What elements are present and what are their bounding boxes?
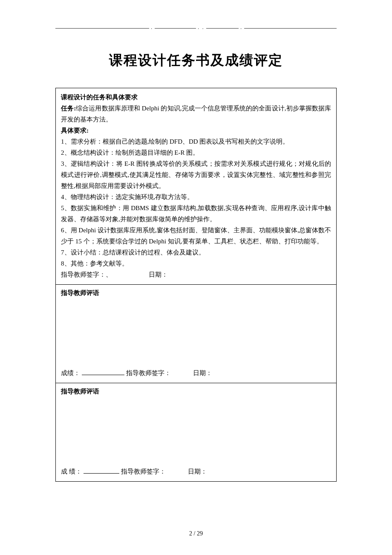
date-label: 日期： xyxy=(193,370,212,376)
section-heading: 课程设计的任务和具体要求 xyxy=(61,92,331,103)
eval-bottom-line: 成绩：指导教师签字：日期： xyxy=(61,367,331,379)
task-label: 任务: xyxy=(61,105,76,112)
header-rule: . . . . xyxy=(55,26,337,31)
teacher-sign-label: 指导教师签字： xyxy=(126,370,171,376)
date-label: 日期： xyxy=(149,271,168,278)
eval-heading: 指导教师评语 xyxy=(61,386,99,397)
req-item: 2、概念结构设计：绘制所选题目详细的 E-R 图。 xyxy=(61,147,331,158)
req-item: 6、用 Delphi 设计数据库应用系统,窗体包括封面、登陆窗体、主界面、功能模… xyxy=(61,225,331,247)
task-line: 任务:综合运用数据库原理和 Delphi 的知识,完成一个信息管理系统的的全面设… xyxy=(61,103,331,125)
signature-line: 指导教师签字：、日期： xyxy=(61,269,331,280)
teacher-sign-label: 指导教师签字： xyxy=(61,271,106,278)
header-mark-3: . xyxy=(239,24,244,31)
teacher-sign-label: 指导教师签字： xyxy=(121,468,166,475)
header-mark-2: . . xyxy=(196,24,206,31)
requirements-cell: 课程设计的任务和具体要求 任务:综合运用数据库原理和 Delphi 的知识,完成… xyxy=(56,88,337,285)
eval-heading: 指导教师评语 xyxy=(61,287,99,298)
task-text: 综合运用数据库原理和 Delphi 的知识,完成一个信息管理系统的的全面设计,初… xyxy=(61,105,331,123)
grade-label: 成 绩： xyxy=(61,468,82,475)
page-content: . . . . 课程设计任务书及成绩评定 课程设计的任务和具体要求 任务:综合运… xyxy=(55,26,337,482)
date-label: 日期： xyxy=(188,468,207,475)
req-item: 8、其他：参考文献等。 xyxy=(61,258,331,269)
evaluation-cell-2: 指导教师评语 成 绩：指导教师签字：日期： xyxy=(56,383,337,482)
evaluation-cell-1: 指导教师评语 成绩：指导教师签字：日期： xyxy=(56,285,337,383)
grade-label: 成绩： xyxy=(61,370,80,376)
req-item: 4、物理结构设计：选定实施环境,存取方法等。 xyxy=(61,191,331,202)
sig-sep: 、 xyxy=(106,271,112,278)
page-footer: 2 / 29 xyxy=(0,530,392,537)
grade-blank xyxy=(82,368,124,375)
grade-blank xyxy=(84,467,119,474)
page-title: 课程设计任务书及成绩评定 xyxy=(55,51,337,70)
req-item: 5、数据实施和维护：用 DBMS 建立数据库结构,加载数据,实现各种查询、应用程… xyxy=(61,202,331,225)
req-item: 3、逻辑结构设计：将 E-R 图转换成等价的关系模式；按需求对关系模式进行规化；… xyxy=(61,158,331,191)
req-item: 1、需求分析：根据自己的选题,绘制的 DFD、DD 图表以及书写相关的文字说明。 xyxy=(61,136,331,147)
req-item: 7、设计小结：总结课程设计的过程、体会及建议。 xyxy=(61,247,331,258)
req-label: 具体要求: xyxy=(61,125,331,136)
eval-bottom-line: 成 绩：指导教师签字：日期： xyxy=(61,466,331,477)
main-table: 课程设计的任务和具体要求 任务:综合运用数据库原理和 Delphi 的知识,完成… xyxy=(55,88,337,482)
header-mark-1: . xyxy=(149,24,155,31)
